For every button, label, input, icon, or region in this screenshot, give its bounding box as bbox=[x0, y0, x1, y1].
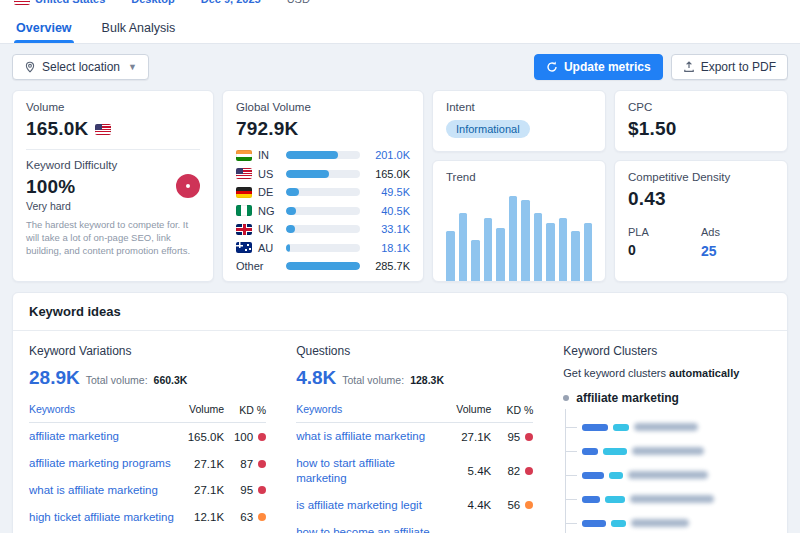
variations-count: 28.9K bbox=[29, 367, 80, 389]
kd-dot bbox=[258, 486, 266, 494]
date-label: Dec 9, 2025 bbox=[201, 0, 261, 5]
location-selector[interactable]: United States bbox=[14, 0, 105, 5]
global-volume-label: Global Volume bbox=[236, 101, 410, 113]
cluster-tree bbox=[565, 409, 771, 533]
keyword-link[interactable]: how to become an affiliate marketer bbox=[296, 525, 447, 533]
us-flag-icon bbox=[95, 124, 111, 135]
cluster-bar-cyan bbox=[609, 472, 623, 479]
cpc-card: CPC $1.50 bbox=[614, 90, 788, 152]
keyword-volume: 5.4K bbox=[447, 465, 491, 477]
currency-label: USD bbox=[287, 0, 310, 5]
trend-bar-chart bbox=[446, 191, 592, 282]
keyword-variations-title: Keyword Variations bbox=[29, 344, 266, 358]
tree-connector bbox=[566, 523, 577, 524]
bullet-icon bbox=[563, 395, 569, 401]
cluster-item[interactable] bbox=[566, 415, 771, 439]
location-pin-icon bbox=[24, 61, 36, 73]
export-pdf-label: Export to PDF bbox=[701, 60, 776, 74]
kd-dot bbox=[258, 433, 266, 441]
ads-label: Ads bbox=[701, 226, 774, 238]
country-volume: 285.7K bbox=[366, 260, 410, 272]
country-code: AU bbox=[258, 242, 280, 254]
cluster-item[interactable] bbox=[566, 487, 771, 511]
select-location-label: Select location bbox=[42, 60, 120, 74]
tab-overview[interactable]: Overview bbox=[14, 17, 74, 43]
update-metrics-label: Update metrics bbox=[564, 60, 651, 74]
tree-connector bbox=[566, 499, 577, 500]
keyword-clusters-column: Keyword Clusters Get keyword clusters au… bbox=[563, 344, 771, 533]
clusters-subtitle: Get keyword clusters automatically bbox=[563, 367, 771, 379]
kd-value: 56 bbox=[507, 499, 520, 511]
keyword-volume: 12.1K bbox=[180, 511, 224, 523]
keyword-link[interactable]: high ticket affiliate marketing bbox=[29, 510, 180, 525]
location-label: United States bbox=[35, 0, 105, 5]
global-volume-list: IN 201.0K US 165.0K DE 49.5K bbox=[236, 149, 410, 272]
cluster-root-label: affiliate marketing bbox=[576, 391, 679, 405]
country-code: UK bbox=[258, 223, 280, 235]
global-volume-row: US 165.0K bbox=[236, 168, 410, 180]
chevron-down-icon: ▼ bbox=[128, 62, 137, 72]
intent-badge[interactable]: Informational bbox=[446, 120, 530, 138]
table-header: Keywords Volume KD % bbox=[29, 403, 266, 423]
table-row: high ticket affiliate marketing 12.1K 63 bbox=[29, 503, 266, 530]
country-code: DE bbox=[258, 186, 280, 198]
blurred-cluster-label bbox=[631, 519, 689, 527]
blurred-cluster-label bbox=[628, 471, 708, 479]
kd-value: 82 bbox=[507, 465, 520, 477]
keyword-volume: 27.1K bbox=[447, 431, 491, 443]
cluster-bar-cyan bbox=[611, 520, 626, 527]
cluster-item[interactable] bbox=[566, 511, 771, 533]
table-row: affiliate marketing 165.0K 100 bbox=[29, 423, 266, 450]
country-volume-link[interactable]: 18.1K bbox=[366, 242, 410, 254]
currency-selector[interactable]: USD bbox=[287, 0, 310, 5]
cpc-label: CPC bbox=[628, 101, 774, 113]
us-flag-icon bbox=[236, 168, 252, 179]
device-label: Desktop bbox=[131, 0, 174, 5]
table-row: what is affiliate marketing 27.1K 95 bbox=[29, 477, 266, 504]
ng-flag-icon bbox=[236, 205, 252, 216]
us-flag-icon bbox=[14, 0, 30, 5]
country-code: NG bbox=[258, 205, 280, 217]
kd-value: 100 bbox=[234, 431, 253, 443]
cluster-bar-cyan bbox=[603, 448, 627, 455]
cluster-item[interactable] bbox=[566, 439, 771, 463]
keyword-link[interactable]: how to start affiliate marketing bbox=[296, 456, 447, 486]
cpc-value: $1.50 bbox=[628, 118, 774, 140]
tree-connector bbox=[566, 475, 577, 476]
keyword-link[interactable]: what is affiliate marketing bbox=[296, 429, 447, 444]
table-row: what is affiliate marketing 27.1K 95 bbox=[296, 423, 533, 450]
toolbar: Select location ▼ Update metrics Export … bbox=[12, 54, 788, 80]
kd-column-header: KD % bbox=[224, 403, 266, 417]
cluster-root: affiliate marketing bbox=[563, 391, 771, 405]
keyword-link[interactable]: affiliate marketing bbox=[29, 429, 180, 444]
date-selector[interactable]: Dec 9, 2025 bbox=[201, 0, 261, 5]
main-content: Select location ▼ Update metrics Export … bbox=[0, 44, 800, 533]
country-code: US bbox=[258, 168, 280, 180]
kd-dot bbox=[525, 467, 533, 475]
country-volume-link[interactable]: 40.5K bbox=[366, 205, 410, 217]
competitive-density-card: Competitive Density 0.43 PLA 0 Ads 25 bbox=[614, 160, 788, 282]
kd-dot bbox=[525, 501, 533, 509]
select-location-dropdown[interactable]: Select location ▼ bbox=[12, 54, 149, 80]
ads-value-link[interactable]: 25 bbox=[701, 243, 717, 259]
global-volume-card: Global Volume 792.9K IN 201.0K US 165.0K bbox=[222, 90, 424, 282]
cluster-bar-blue bbox=[582, 520, 606, 527]
global-volume-value: 792.9K bbox=[236, 118, 410, 140]
keyword-link[interactable]: affiliate marketing programs bbox=[29, 456, 180, 471]
cluster-item[interactable] bbox=[566, 463, 771, 487]
global-volume-row: AU 18.1K bbox=[236, 242, 410, 254]
country-volume-link[interactable]: 201.0K bbox=[366, 149, 410, 161]
update-metrics-button[interactable]: Update metrics bbox=[534, 54, 663, 80]
keyword-volume: 27.1K bbox=[180, 458, 224, 470]
keyword-link[interactable]: what is affiliate marketing bbox=[29, 483, 180, 498]
country-volume-link[interactable]: 49.5K bbox=[366, 186, 410, 198]
divider bbox=[26, 149, 200, 150]
country-volume-link[interactable]: 33.1K bbox=[366, 223, 410, 235]
keyword-variations-column: Keyword Variations 28.9K Total volume: 6… bbox=[29, 344, 266, 533]
device-selector[interactable]: Desktop bbox=[131, 0, 174, 5]
keyword-link[interactable]: is affiliate marketing legit bbox=[296, 498, 447, 513]
tab-bulk-analysis[interactable]: Bulk Analysis bbox=[100, 17, 178, 43]
volume-column-header: Volume bbox=[180, 403, 224, 417]
difficulty-gauge bbox=[176, 174, 200, 198]
export-pdf-button[interactable]: Export to PDF bbox=[671, 54, 788, 80]
